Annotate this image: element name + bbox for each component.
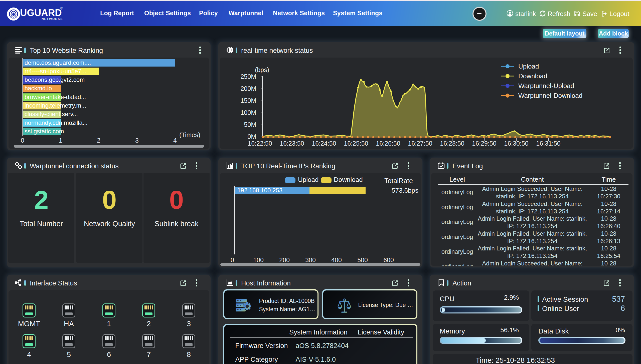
svg-text:16:24:50: 16:24:50 <box>312 140 336 147</box>
svg-text:150M: 150M <box>240 97 256 104</box>
svg-text:573.6bps: 573.6bps <box>392 187 418 194</box>
svg-text:incoming.telemetry.m...: incoming.telemetry.m... <box>25 102 86 109</box>
svg-text:600: 600 <box>383 256 394 263</box>
svg-text:200M: 200M <box>240 85 256 92</box>
svg-text:0: 0 <box>21 137 24 144</box>
svg-text:Download: Download <box>334 176 363 183</box>
svg-text:3: 3 <box>135 137 139 144</box>
svg-text:300: 300 <box>305 256 316 263</box>
svg-text:0: 0 <box>231 256 234 263</box>
svg-text:beacons.gcp.gvt2.com: beacons.gcp.gvt2.com <box>25 76 85 83</box>
svg-text:Upload: Upload <box>298 176 318 183</box>
svg-text:demo.dos.uguard.com....: demo.dos.uguard.com.... <box>25 59 91 66</box>
svg-text:Warptunnel-Upload: Warptunnel-Upload <box>518 82 574 90</box>
svg-text:100: 100 <box>253 256 264 263</box>
svg-text:16:28:50: 16:28:50 <box>440 140 464 147</box>
svg-text:4: 4 <box>173 137 177 144</box>
svg-text:browser-intake-datad...: browser-intake-datad... <box>25 94 86 100</box>
svg-text:250M: 250M <box>240 73 256 80</box>
svg-text:normandy.cdn.mozilla...: normandy.cdn.mozilla... <box>25 119 88 126</box>
svg-text:400: 400 <box>331 256 342 263</box>
svg-text:(bps): (bps) <box>255 66 269 73</box>
svg-text:16:30:50: 16:30:50 <box>504 140 528 147</box>
svg-text:16:27:50: 16:27:50 <box>408 140 432 147</box>
svg-text:0M: 0M <box>247 133 256 140</box>
svg-text:500: 500 <box>357 256 368 263</box>
svg-text:16:23:50: 16:23:50 <box>280 140 304 147</box>
svg-text:hackmd.io: hackmd.io <box>25 85 52 92</box>
svg-text:classify-client.serv...: classify-client.serv... <box>25 111 78 117</box>
svg-text:16:31:50: 16:31:50 <box>536 140 560 147</box>
svg-text:ssl.gstatic.com: ssl.gstatic.com <box>25 128 64 135</box>
svg-text:192.168.100.253: 192.168.100.253 <box>237 187 282 194</box>
svg-text:16:29:50: 16:29:50 <box>472 140 496 147</box>
svg-text:(Times): (Times) <box>179 131 200 138</box>
svg-text:1: 1 <box>59 137 62 144</box>
svg-text:100M: 100M <box>240 109 256 116</box>
svg-text:16:25:50: 16:25:50 <box>344 140 368 147</box>
svg-text:rr4----sn-ipoxu-un5e7...: rr4----sn-ipoxu-un5e7... <box>25 68 86 75</box>
svg-text:50M: 50M <box>244 121 256 128</box>
svg-text:Download: Download <box>518 72 547 80</box>
svg-text:2: 2 <box>97 137 100 144</box>
svg-text:TotalRate: TotalRate <box>384 177 413 185</box>
svg-text:16:26:50: 16:26:50 <box>376 140 400 147</box>
svg-text:200: 200 <box>279 256 290 263</box>
svg-text:16:22:50: 16:22:50 <box>248 140 272 147</box>
svg-text:Warptunnel-Download: Warptunnel-Download <box>518 92 582 99</box>
svg-text:Upload: Upload <box>518 63 539 70</box>
